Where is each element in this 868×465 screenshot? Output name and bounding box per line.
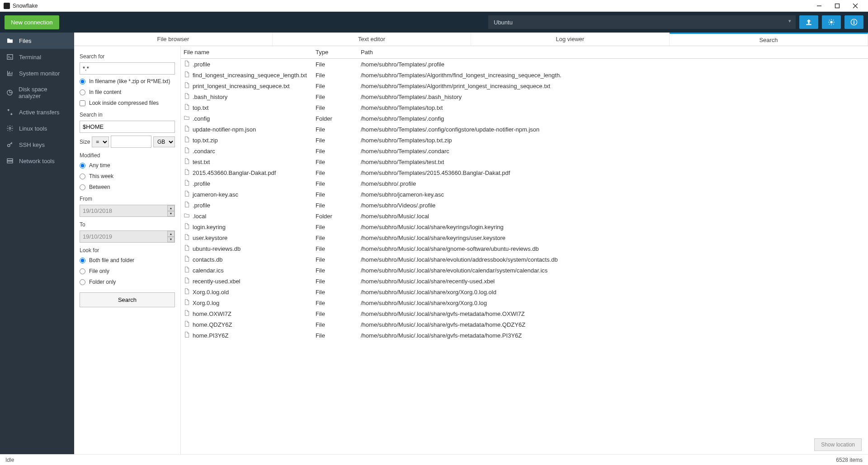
file-only-label: File only — [89, 268, 109, 274]
file-name: print_longest_increasing_sequece.txt — [193, 83, 290, 89]
file-type: File — [316, 267, 361, 274]
file-icon — [184, 103, 190, 112]
result-row[interactable]: contacts.dbFile/home/subhro/Music/.local… — [181, 254, 868, 265]
result-row[interactable]: home.PI3Y6ZFile/home/subhro/Music/.local… — [181, 330, 868, 341]
result-row[interactable]: Xorg.0.log.oldFile/home/subhro/Music/.lo… — [181, 287, 868, 297]
from-date-spinner[interactable]: ▲▼ — [167, 205, 175, 216]
show-location-button[interactable]: Show location — [814, 438, 862, 451]
sidebar-item-label: Disk space analyzer — [19, 86, 68, 99]
result-row[interactable]: home.OXWI7ZFile/home/subhro/Music/.local… — [181, 308, 868, 319]
sidebar-item-disk-analyzer[interactable]: Disk space analyzer — [0, 81, 74, 104]
result-row[interactable]: print_longest_increasing_sequece.txtFile… — [181, 80, 868, 91]
result-row[interactable]: .condarcFile/home/subhro/Templates/.cond… — [181, 146, 868, 156]
sidebar-item-network-tools[interactable]: Network tools — [0, 153, 74, 169]
result-row[interactable]: recently-used.xbelFile/home/subhro/Music… — [181, 276, 868, 287]
in-content-radio[interactable] — [80, 89, 85, 95]
size-value-input[interactable] — [111, 136, 151, 148]
result-row[interactable]: 2015.453660.Banglar-Dakat.pdfFile/home/s… — [181, 167, 868, 178]
result-row[interactable]: .localFolder/home/subhro/Music/.local — [181, 211, 868, 221]
file-name: login.keyring — [193, 224, 226, 230]
svg-rect-9 — [7, 55, 13, 60]
search-for-input[interactable] — [80, 62, 175, 75]
result-row[interactable]: .profileFile/home/subhro/Templates/.prof… — [181, 59, 868, 70]
file-icon — [184, 146, 190, 155]
file-icon — [184, 233, 190, 242]
sidebar-item-label: System monitor — [19, 70, 60, 77]
look-inside-checkbox[interactable] — [80, 100, 85, 106]
file-type: File — [316, 148, 361, 155]
results-body[interactable]: .profileFile/home/subhro/Templates/.prof… — [181, 59, 868, 435]
tab-log-viewer[interactable]: Log viewer — [471, 33, 670, 46]
tab-file-browser[interactable]: File browser — [74, 33, 273, 46]
sidebar-item-files[interactable]: Files — [0, 33, 74, 49]
result-row[interactable]: jcameron-key.ascFile/home/subhro/jcamero… — [181, 189, 868, 200]
result-row[interactable]: calendar.icsFile/home/subhro/Music/.loca… — [181, 265, 868, 276]
result-row[interactable]: find_longest_increasing_sequece_length.t… — [181, 70, 868, 80]
result-row[interactable]: home.QDZY6ZFile/home/subhro/Music/.local… — [181, 319, 868, 330]
settings-button[interactable] — [822, 15, 841, 29]
result-row[interactable]: update-notifier-npm.jsonFile/home/subhro… — [181, 124, 868, 135]
any-time-radio[interactable] — [80, 163, 85, 169]
col-header-name[interactable]: File name — [184, 49, 316, 56]
file-name: update-notifier-npm.json — [193, 126, 256, 133]
result-row[interactable]: .profileFile/home/subhro/Videos/.profile — [181, 200, 868, 211]
this-week-radio[interactable] — [80, 174, 85, 179]
col-header-path[interactable]: Path — [361, 49, 868, 56]
tab-search[interactable]: Search — [670, 33, 868, 46]
upload-button[interactable] — [799, 15, 818, 29]
sidebar-item-active-transfers[interactable]: Active transfers — [0, 104, 74, 120]
chart-icon — [6, 70, 14, 77]
file-name: Xorg.0.log — [193, 300, 219, 306]
results-footer: Show location — [181, 435, 868, 454]
result-row[interactable]: user.keystoreFile/home/subhro/Music/.loc… — [181, 232, 868, 243]
svg-rect-4 — [807, 24, 811, 25]
col-header-type[interactable]: Type — [316, 49, 361, 56]
result-row[interactable]: login.keyringFile/home/subhro/Music/.loc… — [181, 221, 868, 232]
result-row[interactable]: .profileFile/home/subhro/.profile — [181, 178, 868, 189]
size-operator-select[interactable]: = — [92, 136, 109, 147]
result-row[interactable]: test.txtFile/home/subhro/Templates/test.… — [181, 156, 868, 167]
in-filename-radio[interactable] — [80, 79, 85, 85]
file-path: /home/subhro/Templates/test.txt — [361, 159, 868, 165]
close-button[interactable] — [846, 0, 864, 12]
folder-icon — [184, 211, 190, 221]
sidebar-item-ssh-keys[interactable]: SSH keys — [0, 136, 74, 153]
session-dropdown[interactable]: Ubuntu — [488, 15, 796, 29]
between-radio[interactable] — [80, 184, 85, 190]
to-date-spinner[interactable]: ▲▼ — [167, 231, 175, 242]
new-connection-button[interactable]: New connection — [5, 15, 59, 29]
sidebar-item-system-monitor[interactable]: System monitor — [0, 65, 74, 81]
both-radio[interactable] — [80, 258, 85, 263]
result-row[interactable]: ubuntu-reviews.dbFile/home/subhro/Music/… — [181, 243, 868, 254]
results: File name Type Path .profileFile/home/su… — [181, 46, 868, 454]
result-row[interactable]: Xorg.0.logFile/home/subhro/Music/.local/… — [181, 297, 868, 308]
result-row[interactable]: .bash_historyFile/home/subhro/Templates/… — [181, 91, 868, 102]
folder-only-radio[interactable] — [80, 279, 85, 285]
minimize-button[interactable] — [810, 0, 828, 12]
file-path: /home/subhro/Templates/top.txt.zip — [361, 137, 868, 144]
tab-text-editor[interactable]: Text editor — [273, 33, 471, 46]
file-name: .profile — [193, 180, 210, 187]
file-type: File — [316, 61, 361, 68]
sidebar-item-label: Linux tools — [19, 125, 47, 132]
file-name: home.PI3Y6Z — [193, 332, 229, 339]
maximize-button[interactable] — [828, 0, 846, 12]
file-name: 2015.453660.Banglar-Dakat.pdf — [193, 169, 276, 176]
sidebar-item-terminal[interactable]: Terminal — [0, 49, 74, 65]
search-button[interactable]: Search — [80, 292, 175, 307]
statusbar: Idle 6528 items — [0, 454, 868, 465]
result-row[interactable]: top.txtFile/home/subhro/Templates/top.tx… — [181, 102, 868, 113]
in-content-label: In file content — [89, 89, 121, 95]
result-row[interactable]: .configFolder/home/subhro/Templates/.con… — [181, 113, 868, 124]
size-unit-select[interactable]: GB — [153, 136, 175, 147]
file-type: File — [316, 202, 361, 209]
sidebar-item-linux-tools[interactable]: Linux tools — [0, 120, 74, 136]
from-date-input[interactable] — [80, 205, 175, 217]
result-row[interactable]: top.txt.zipFile/home/subhro/Templates/to… — [181, 135, 868, 146]
file-only-radio[interactable] — [80, 268, 85, 274]
search-in-input[interactable] — [80, 121, 175, 133]
app-icon — [4, 3, 10, 9]
file-type: File — [316, 72, 361, 79]
info-button[interactable] — [844, 15, 863, 29]
to-date-input[interactable] — [80, 230, 175, 243]
